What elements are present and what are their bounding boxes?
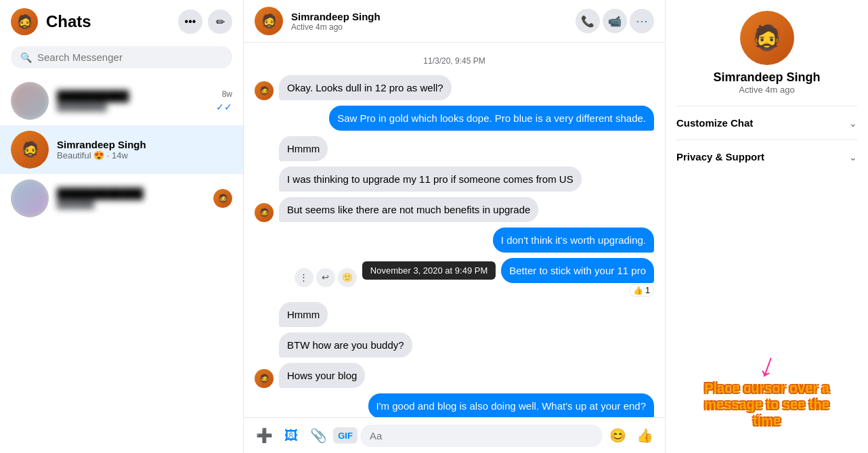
messages-area: 11/3/20, 9:45 PM 🧔 Okay. Looks dull in 1… bbox=[244, 43, 665, 417]
chat-info: ████████████ ██████ bbox=[57, 188, 232, 209]
more-icon: ••• bbox=[185, 16, 196, 28]
check-icon: ✓✓ bbox=[216, 102, 232, 112]
video-icon: 📹 bbox=[608, 15, 622, 28]
message-bubble: Hmmm bbox=[279, 302, 328, 327]
message-bubble: I'm good and blog is also doing well. Wh… bbox=[368, 393, 654, 417]
customize-chat-header[interactable]: Customize Chat ⌄ bbox=[676, 114, 857, 131]
chat-info: ██████████ ████████ bbox=[57, 90, 208, 112]
contact-name: Simrandeep Singh bbox=[57, 139, 232, 150]
sidebar-header: 🧔 Chats ••• ✏ bbox=[0, 0, 243, 43]
message-tooltip: November 3, 2020 at 9:49 PM bbox=[362, 261, 496, 280]
chevron-down-icon: ⌄ bbox=[849, 152, 857, 163]
chat-header: 🧔 Simrandeep Singh Active 4m ago 📞 📹 ⋯ bbox=[244, 0, 665, 43]
header-info: Simrandeep Singh Active 4m ago bbox=[291, 11, 567, 32]
date-divider: 11/3/20, 9:45 PM bbox=[255, 56, 654, 66]
message-bubble: I was thinking to upgrade my 11 pro if s… bbox=[279, 167, 582, 192]
search-input-wrap: 🔍 bbox=[11, 46, 232, 68]
call-button[interactable]: 📞 bbox=[576, 9, 600, 33]
online-indicator bbox=[42, 162, 49, 169]
chat-list: ██████████ ████████ 8w ✓✓ 🧔 Simrandeep S… bbox=[0, 77, 243, 453]
gif-button[interactable]: GIF bbox=[333, 427, 357, 444]
image-button[interactable]: 🖼 bbox=[279, 423, 303, 448]
plus-icon: ➕ bbox=[256, 427, 273, 444]
list-item[interactable]: ██████████ ████████ 8w ✓✓ bbox=[0, 77, 243, 125]
privacy-support-label: Privacy & Support bbox=[676, 151, 764, 163]
chat-preview: Beautiful 😍 · 14w bbox=[57, 150, 232, 160]
message-row: ⋮ ↩ 🙂 November 3, 2020 at 9:49 PM Better… bbox=[255, 258, 654, 297]
chat-info: Simrandeep Singh Beautiful 😍 · 14w bbox=[57, 139, 232, 160]
annotation-text: Place cursor over a message to see the t… bbox=[699, 380, 835, 429]
like-button[interactable]: 👍 bbox=[632, 423, 657, 448]
header-actions: 📞 📹 ⋯ bbox=[576, 9, 654, 33]
message-bubble: BTW how are you buddy? bbox=[279, 332, 412, 358]
compose-button[interactable]: ✏ bbox=[208, 9, 232, 34]
emoji-icon: 😊 bbox=[609, 427, 626, 444]
reaction-badge: 👍 1 bbox=[629, 284, 654, 297]
emoji-button[interactable]: 😊 bbox=[605, 423, 630, 448]
search-input[interactable] bbox=[37, 51, 223, 63]
image-icon: 🖼 bbox=[284, 428, 298, 444]
message-bubble: Saw Pro in gold which looks dope. Pro bl… bbox=[329, 106, 654, 131]
info-button[interactable]: ⋯ bbox=[630, 9, 654, 33]
message-row: I don't think it's worth upgrading. bbox=[255, 228, 654, 253]
message-row: BTW how are you buddy? bbox=[255, 332, 654, 358]
chat-thumbnail: 🧔 bbox=[11, 131, 49, 169]
message-row: I'm good and blog is also doing well. Wh… bbox=[255, 393, 654, 417]
video-call-button[interactable]: 📹 bbox=[603, 9, 627, 33]
attachment-icon: 📎 bbox=[310, 427, 327, 444]
message-avatar: 🧔 bbox=[255, 81, 274, 100]
message-row: I was thinking to upgrade my 11 pro if s… bbox=[255, 167, 654, 192]
message-row: Hmmm bbox=[255, 302, 654, 327]
compose-icon: ✏ bbox=[216, 16, 225, 28]
profile-name: Simrandeep Singh bbox=[713, 70, 820, 85]
search-icon: 🔍 bbox=[20, 52, 32, 63]
message-row: 🧔 Okay. Looks dull in 12 pro as well? bbox=[255, 75, 654, 100]
search-bar: 🔍 bbox=[0, 43, 243, 77]
profile-avatar: 🧔 bbox=[740, 11, 794, 65]
phone-icon: 📞 bbox=[581, 15, 594, 28]
message-row: 🧔 Hows your blog bbox=[255, 363, 654, 388]
privacy-support-header[interactable]: Privacy & Support ⌄ bbox=[676, 148, 857, 165]
thumbs-up-icon: 👍 bbox=[636, 427, 653, 444]
customize-chat-label: Customize Chat bbox=[676, 117, 753, 129]
list-item[interactable]: ████████████ ██████ 🧔 bbox=[0, 174, 243, 223]
message-bubble: Hows your blog bbox=[279, 363, 365, 388]
profile-status: Active 4m ago bbox=[739, 85, 794, 95]
message-bubble: But seems like there are not much benefi… bbox=[279, 197, 538, 222]
user-avatar: 🧔 bbox=[11, 8, 38, 35]
message-avatar: 🧔 bbox=[255, 203, 274, 222]
reply-btn[interactable]: ↩ bbox=[316, 268, 335, 287]
gif-icon: GIF bbox=[338, 431, 353, 441]
message-input[interactable] bbox=[360, 425, 603, 447]
chat-main: 🧔 Simrandeep Singh Active 4m ago 📞 📹 ⋯ 1… bbox=[244, 0, 665, 453]
info-icon: ⋯ bbox=[636, 14, 648, 28]
chat-time: 8w bbox=[222, 89, 232, 99]
message-row: 🧔 But seems like there are not much bene… bbox=[255, 197, 654, 222]
chevron-down-icon: ⌄ bbox=[849, 118, 857, 129]
annotation-arrow: ↑ bbox=[753, 351, 781, 389]
header-contact-status: Active 4m ago bbox=[291, 22, 567, 32]
message-bubble: Hmmm bbox=[279, 136, 328, 161]
header-contact-name: Simrandeep Singh bbox=[291, 11, 567, 22]
message-row: Hmmm bbox=[255, 136, 654, 161]
more-message-btn[interactable]: ⋮ bbox=[295, 268, 313, 287]
list-item[interactable]: 🧔 Simrandeep Singh Beautiful 😍 · 14w bbox=[0, 125, 243, 174]
sidebar-title: Chats bbox=[46, 12, 170, 31]
message-row: Saw Pro in gold which looks dope. Pro bl… bbox=[255, 106, 654, 131]
message-bubble: Better to stick with your 11 pro bbox=[501, 258, 654, 283]
sidebar-icons: ••• ✏ bbox=[178, 9, 232, 34]
chat-thumbnail bbox=[11, 179, 49, 217]
attachment-button[interactable]: 📎 bbox=[306, 423, 330, 448]
message-avatar: 🧔 bbox=[255, 369, 274, 388]
add-button[interactable]: ➕ bbox=[252, 423, 276, 448]
sidebar: 🧔 Chats ••• ✏ 🔍 ██████████ ████████ bbox=[0, 0, 244, 453]
more-button[interactable]: ••• bbox=[178, 9, 202, 34]
chat-thumbnail bbox=[11, 82, 49, 120]
right-panel: 🧔 Simrandeep Singh Active 4m ago Customi… bbox=[665, 0, 868, 453]
input-bar: ➕ 🖼 📎 GIF 😊 👍 bbox=[244, 417, 665, 453]
message-bubble: I don't think it's worth upgrading. bbox=[493, 228, 654, 253]
message-bubble: Okay. Looks dull in 12 pro as well? bbox=[279, 75, 452, 100]
react-btn[interactable]: 🙂 bbox=[338, 268, 357, 287]
message-actions: ⋮ ↩ 🙂 bbox=[295, 268, 357, 287]
customize-chat-section: Customize Chat ⌄ bbox=[676, 106, 857, 139]
